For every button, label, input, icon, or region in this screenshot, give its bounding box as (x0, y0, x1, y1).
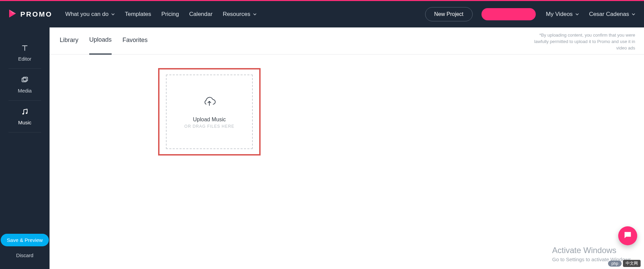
sidebar-bottom: Save & Preview Discard (1, 234, 49, 269)
app-header: PROMO What you can do Templates Pricing … (0, 1, 644, 27)
primary-nav: What you can do Templates Pricing Calend… (65, 11, 256, 18)
chevron-down-icon (111, 11, 115, 18)
chevron-down-icon (632, 11, 635, 18)
brand-logo[interactable]: PROMO (7, 8, 52, 20)
media-icon (20, 76, 29, 84)
brand-name: PROMO (20, 10, 52, 18)
nav-what-you-can-do[interactable]: What you can do (65, 11, 115, 18)
sidebar-item-label: Editor (18, 56, 31, 62)
sidebar-item-music[interactable]: Music (0, 101, 50, 132)
text-icon (20, 44, 29, 53)
annotation-highlight-box: Upload Music OR DRAG FILES HERE (158, 68, 261, 156)
chat-icon (623, 230, 632, 241)
upload-music-dropzone[interactable]: Upload Music OR DRAG FILES HERE (166, 75, 253, 149)
tab-label: Library (60, 37, 78, 44)
new-project-button[interactable]: New Project (425, 7, 473, 21)
content-area: Upload Music OR DRAG FILES HERE Activate… (50, 55, 644, 269)
chevron-down-icon (575, 11, 579, 18)
upload-legal-note: *By uploading content, you confirm that … (527, 32, 635, 51)
sidebar-item-editor[interactable]: Editor (0, 37, 50, 68)
site-watermark-badge: php 中文网 (608, 260, 641, 267)
tab-label: Uploads (89, 36, 112, 43)
nav-label: My Videos (546, 11, 573, 18)
play-logo-icon (7, 8, 18, 20)
user-name: Cesar Cadenas (589, 11, 629, 18)
sidebar-item-label: Music (18, 120, 31, 125)
tab-label: Favorites (122, 37, 148, 44)
my-videos-menu[interactable]: My Videos (546, 11, 579, 18)
php-badge: php (608, 261, 622, 267)
svg-rect-1 (23, 77, 27, 81)
tab-library[interactable]: Library (60, 27, 78, 55)
watermark-title: Activate Windows (552, 246, 632, 255)
nav-calendar[interactable]: Calendar (189, 11, 212, 18)
svg-rect-0 (22, 78, 26, 82)
nav-templates[interactable]: Templates (125, 11, 151, 18)
left-sidebar: Editor Media Music Save & Preview Discar… (0, 27, 50, 269)
sidebar-item-label: Media (18, 88, 32, 94)
upload-title: Upload Music (193, 117, 226, 123)
discard-link[interactable]: Discard (16, 252, 34, 258)
chevron-down-icon (253, 11, 257, 18)
svg-point-2 (22, 113, 24, 115)
chat-launcher-button[interactable] (618, 226, 637, 245)
nav-label: What you can do (65, 11, 109, 18)
svg-point-3 (26, 112, 27, 114)
nav-pricing[interactable]: Pricing (161, 11, 179, 18)
button-label: Save & Preview (7, 237, 43, 243)
sidebar-item-media[interactable]: Media (0, 69, 50, 100)
discard-label: Discard (16, 252, 34, 258)
button-label: New Project (434, 11, 463, 17)
sidebar-separator (8, 132, 41, 132)
upgrade-button[interactable] (481, 8, 536, 20)
nav-label: Templates (125, 11, 151, 18)
nav-label: Calendar (189, 11, 212, 18)
tab-uploads[interactable]: Uploads (89, 27, 112, 55)
save-preview-button[interactable]: Save & Preview (1, 234, 49, 246)
cn-badge: 中文网 (623, 260, 641, 267)
nav-resources[interactable]: Resources (223, 11, 256, 18)
main-panel: Library Uploads Favorites *By uploading … (50, 27, 644, 269)
cloud-upload-icon (202, 95, 216, 109)
header-right-group: My Videos Cesar Cadenas (546, 11, 635, 18)
upload-subtitle: OR DRAG FILES HERE (184, 124, 234, 129)
tab-favorites[interactable]: Favorites (122, 27, 148, 55)
nav-label: Pricing (161, 11, 179, 18)
music-icon (20, 107, 29, 116)
tab-bar: Library Uploads Favorites *By uploading … (50, 27, 644, 55)
nav-label: Resources (223, 11, 250, 18)
user-menu[interactable]: Cesar Cadenas (589, 11, 635, 18)
